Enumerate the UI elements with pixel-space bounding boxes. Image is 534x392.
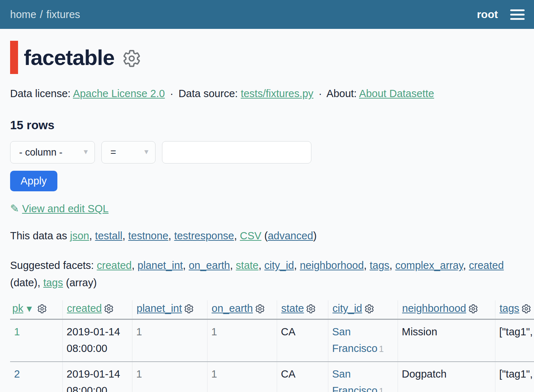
results-table: pk▼ created planet_int on_earth state	[10, 300, 534, 392]
table-settings-gear-icon[interactable]	[122, 49, 141, 68]
sort-tags-link[interactable]: tags	[500, 302, 520, 314]
cell-on-earth: 1	[207, 319, 277, 362]
cell-created: 2019-01-14 08:00:00	[62, 319, 132, 362]
sort-neighborhood-link[interactable]: neighborhood	[402, 302, 466, 314]
metadata-line: Data license: Apache License 2.0 · Data …	[10, 88, 524, 100]
export-link-testall[interactable]: testall	[95, 230, 122, 241]
license-label: Data license:	[10, 88, 71, 99]
city-id-link[interactable]: San Francisco	[332, 368, 378, 392]
cell-tags: ["tag1", "tag3"]	[495, 362, 534, 392]
filter-operator-select[interactable]: =	[101, 141, 156, 164]
facet-link-created[interactable]: created	[97, 260, 132, 271]
facet-link-created-date[interactable]: created	[469, 260, 504, 271]
facet-link-complex-array[interactable]: complex_array	[395, 260, 463, 271]
city-id-link[interactable]: San Francisco	[332, 326, 378, 354]
column-gear-icon[interactable]	[37, 304, 47, 314]
breadcrumb-database-link[interactable]: fixtures	[47, 9, 80, 20]
cell-planet-int: 1	[132, 319, 207, 362]
sort-created-link[interactable]: created	[67, 302, 102, 314]
pencil-icon: ✎	[10, 202, 19, 214]
breadcrumb-separator: /	[40, 9, 43, 20]
breadcrumb-home-link[interactable]: home	[10, 9, 36, 20]
export-prefix: This data as	[10, 230, 70, 241]
cell-on-earth: 1	[207, 362, 277, 392]
cell-neighborhood: Mission	[398, 319, 495, 362]
cell-state: CA	[277, 362, 328, 392]
cell-city-id: San Francisco1	[328, 319, 398, 362]
facet-link-state[interactable]: state	[236, 260, 259, 271]
results-table-container: pk▼ created planet_int on_earth state	[10, 300, 534, 392]
column-gear-icon[interactable]	[104, 304, 114, 314]
page-title: facetable	[24, 45, 114, 70]
export-link-json[interactable]: json	[70, 230, 89, 241]
page-body: facetable Data license: Apache License 2…	[0, 41, 534, 392]
sort-planet-int-link[interactable]: planet_int	[137, 302, 182, 314]
about-label: About:	[327, 88, 357, 99]
facet-link-tags-array[interactable]: tags	[43, 277, 63, 288]
export-link-testnone[interactable]: testnone	[128, 230, 168, 241]
sort-on-earth-link[interactable]: on_earth	[212, 302, 253, 314]
column-header-state: state	[277, 300, 328, 319]
table-row: 2 2019-01-14 08:00:00 1 1 CA San Francis…	[10, 362, 534, 392]
breadcrumb: home/fixtures	[10, 9, 80, 21]
export-link-csv[interactable]: CSV	[240, 230, 262, 241]
cell-city-id: San Francisco1	[328, 362, 398, 392]
facet-link-planet-int[interactable]: planet_int	[137, 260, 183, 271]
column-header-city-id: city_id	[328, 300, 398, 319]
sort-desc-icon: ▼	[25, 304, 34, 314]
cell-planet-int: 1	[132, 362, 207, 392]
sort-city-id-link[interactable]: city_id	[333, 302, 362, 314]
column-header-created: created	[62, 300, 132, 319]
column-header-tags: tags	[495, 300, 534, 319]
top-nav: home/fixtures root	[0, 0, 534, 29]
cell-neighborhood: Dogpatch	[398, 362, 495, 392]
sql-link-row: ✎View and edit SQL	[10, 202, 534, 215]
column-gear-icon[interactable]	[468, 304, 478, 314]
row-count: 15 rows	[10, 118, 534, 132]
title-accent-bar	[10, 41, 18, 74]
cell-created: 2019-01-14 08:00:00	[62, 362, 132, 392]
column-header-pk: pk▼	[10, 300, 62, 319]
logged-in-user: root	[477, 8, 498, 21]
cell-tags: ["tag1", "tag2"]	[495, 319, 534, 362]
filter-column-select[interactable]: - column -	[10, 141, 95, 164]
source-label: Data source:	[179, 88, 238, 99]
facet-link-neighborhood[interactable]: neighborhood	[300, 260, 364, 271]
table-row: 1 2019-01-14 08:00:00 1 1 CA San Francis…	[10, 319, 534, 362]
apply-button[interactable]: Apply	[10, 171, 57, 191]
foreign-key-id: 1	[379, 344, 384, 354]
page-title-row: facetable	[10, 41, 534, 74]
column-header-on-earth: on_earth	[207, 300, 277, 319]
facet-link-tags[interactable]: tags	[369, 260, 389, 271]
facet-link-on-earth[interactable]: on_earth	[189, 260, 230, 271]
menu-icon[interactable]	[510, 8, 525, 21]
column-gear-icon[interactable]	[521, 304, 531, 314]
column-header-planet-int: planet_int	[132, 300, 207, 319]
row-pk-link[interactable]: 1	[14, 326, 20, 337]
foreign-key-id: 1	[379, 386, 384, 392]
column-gear-icon[interactable]	[184, 304, 194, 314]
column-gear-icon[interactable]	[255, 304, 265, 314]
row-pk-link[interactable]: 2	[14, 368, 20, 380]
filter-controls: - column - ▼ = ▼	[10, 141, 534, 164]
source-link[interactable]: tests/fixtures.py	[241, 88, 313, 99]
column-gear-icon[interactable]	[306, 304, 316, 314]
export-link-advanced[interactable]: advanced	[268, 230, 313, 241]
column-gear-icon[interactable]	[364, 304, 374, 314]
license-link[interactable]: Apache License 2.0	[73, 88, 165, 99]
facets-prefix: Suggested facets:	[10, 260, 97, 271]
view-edit-sql-link[interactable]: View and edit SQL	[22, 203, 109, 214]
suggested-facets-row: Suggested facets: created, planet_int, o…	[10, 257, 520, 292]
export-links-row: This data as json, testall, testnone, te…	[10, 230, 524, 242]
sort-state-link[interactable]: state	[281, 302, 304, 314]
sort-pk-link[interactable]: pk	[12, 302, 23, 314]
table-header-row: pk▼ created planet_int on_earth state	[10, 300, 534, 319]
export-link-testresponse[interactable]: testresponse	[174, 230, 234, 241]
column-header-neighborhood: neighborhood	[398, 300, 495, 319]
facet-link-city-id[interactable]: city_id	[264, 260, 294, 271]
cell-state: CA	[277, 319, 328, 362]
filter-value-input[interactable]	[162, 141, 311, 164]
about-link[interactable]: About Datasette	[359, 88, 434, 99]
